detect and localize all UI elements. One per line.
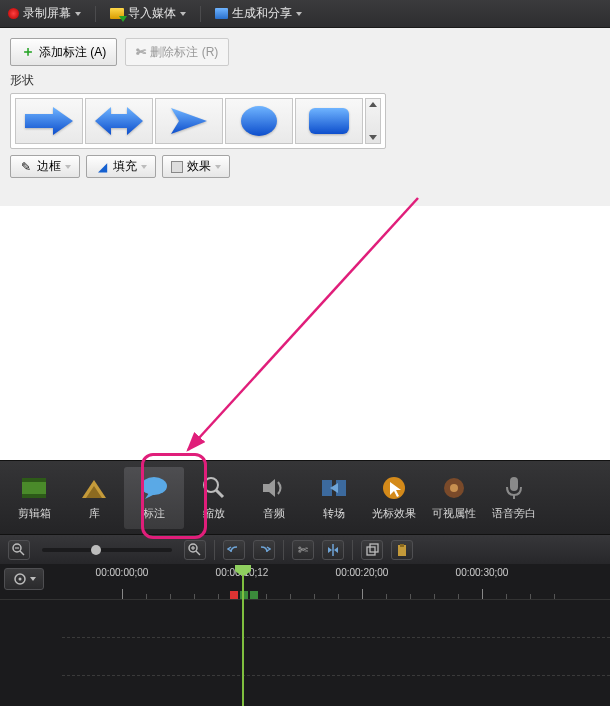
- zoom-slider-knob[interactable]: [91, 545, 101, 555]
- shape-arrowhead[interactable]: [155, 98, 223, 144]
- tab-transitions[interactable]: 转场: [304, 467, 364, 529]
- undo-button[interactable]: [223, 540, 245, 560]
- plus-icon: ＋: [21, 43, 35, 61]
- tab-voice-narration[interactable]: 语音旁白: [484, 467, 544, 529]
- svg-marker-0: [25, 107, 73, 135]
- svg-rect-36: [370, 544, 378, 552]
- tab-cursor-label: 光标效果: [372, 506, 416, 521]
- speaker-icon: [259, 474, 289, 502]
- zoom-out-button[interactable]: [8, 540, 30, 560]
- shape-circle[interactable]: [225, 98, 293, 144]
- style-tool-row: ✎ 边框 ◢ 填充 效果: [10, 155, 600, 178]
- add-callout-button[interactable]: ＋ 添加标注 (A): [10, 38, 117, 66]
- marker-green[interactable]: [250, 591, 258, 599]
- produce-share-label: 生成和分享: [232, 5, 292, 22]
- track-row[interactable]: [62, 600, 610, 638]
- track-controls: [4, 568, 44, 590]
- delete-callout-button[interactable]: ✄ 删除标注 (R): [125, 38, 229, 66]
- record-screen-menu[interactable]: 录制屏幕: [8, 5, 81, 22]
- produce-share-menu[interactable]: 生成和分享: [215, 5, 302, 22]
- transition-icon: [319, 474, 349, 502]
- svg-marker-2: [171, 108, 207, 134]
- scissors-icon: ✄: [298, 543, 308, 557]
- shape-arrow-right[interactable]: [15, 98, 83, 144]
- tab-callouts[interactable]: 标注: [124, 467, 184, 529]
- shape-group: 形状: [10, 72, 600, 149]
- shape-rounded-rect[interactable]: [295, 98, 363, 144]
- share-icon: [215, 8, 228, 19]
- gear-wheel-icon: [439, 474, 469, 502]
- chevron-down-icon: [65, 165, 71, 169]
- tab-narration-label: 语音旁白: [492, 506, 536, 521]
- import-media-menu[interactable]: 导入媒体: [110, 5, 186, 22]
- svg-marker-12: [145, 493, 155, 499]
- callout-action-row: ＋ 添加标注 (A) ✄ 删除标注 (R): [10, 38, 600, 66]
- ruler-tick-label: 00:00:00;00: [96, 567, 149, 578]
- tab-library[interactable]: 库: [64, 467, 124, 529]
- microphone-icon: [499, 474, 529, 502]
- toolbar-separator: [283, 540, 284, 560]
- delete-callout-label: 删除标注 (R): [150, 44, 218, 61]
- fill-button[interactable]: ◢ 填充: [86, 155, 156, 178]
- shape-scroll[interactable]: [365, 98, 381, 144]
- effects-button[interactable]: 效果: [162, 155, 230, 178]
- timeline: 00:00:00;00 00:00:10;12 00:00:20;00 00:0…: [0, 564, 610, 706]
- callouts-panel: ＋ 添加标注 (A) ✄ 删除标注 (R) 形状: [0, 28, 610, 206]
- playhead[interactable]: [242, 567, 244, 706]
- border-button[interactable]: ✎ 边框: [10, 155, 80, 178]
- track-row[interactable]: [62, 676, 610, 706]
- marker-red[interactable]: [230, 591, 238, 599]
- time-ruler[interactable]: 00:00:00;00 00:00:10;12 00:00:20;00 00:0…: [0, 566, 610, 600]
- tab-visual-properties[interactable]: 可视属性: [424, 467, 484, 529]
- track-row[interactable]: [62, 638, 610, 676]
- tab-clipbin-label: 剪辑箱: [18, 506, 51, 521]
- svg-marker-33: [328, 547, 332, 553]
- effects-label: 效果: [187, 158, 211, 175]
- svg-point-13: [204, 478, 218, 492]
- cursor-icon: [379, 474, 409, 502]
- zoom-slider[interactable]: [42, 548, 172, 552]
- svg-rect-23: [510, 477, 518, 491]
- tab-audio[interactable]: 音频: [244, 467, 304, 529]
- svg-rect-8: [22, 494, 46, 498]
- svg-marker-1: [95, 107, 143, 135]
- tab-cursor-effects[interactable]: 光标效果: [364, 467, 424, 529]
- border-label: 边框: [37, 158, 61, 175]
- scissors-icon: ✄: [136, 45, 146, 59]
- tab-transitions-label: 转场: [323, 506, 345, 521]
- svg-marker-41: [235, 565, 251, 575]
- library-icon: [79, 474, 109, 502]
- chevron-down-icon: [30, 577, 36, 581]
- chevron-down-icon: [180, 12, 186, 16]
- cut-button[interactable]: ✄: [292, 540, 314, 560]
- tab-audio-label: 音频: [263, 506, 285, 521]
- ruler-tick-label: 00:00:30;00: [456, 567, 509, 578]
- tab-callouts-label: 标注: [143, 506, 165, 521]
- ruler-tick-label: 00:00:20;00: [336, 567, 389, 578]
- tab-clip-bin[interactable]: 剪辑箱: [4, 467, 64, 529]
- chevron-down-icon: [141, 165, 147, 169]
- redo-button[interactable]: [253, 540, 275, 560]
- shape-arrow-double[interactable]: [85, 98, 153, 144]
- svg-marker-34: [334, 547, 338, 553]
- tab-zoom[interactable]: 缩放: [184, 467, 244, 529]
- split-button[interactable]: [322, 540, 344, 560]
- timeline-tracks: [0, 600, 610, 706]
- track-settings-button[interactable]: [4, 568, 44, 590]
- speech-bubble-icon: [139, 474, 169, 502]
- copy-button[interactable]: [361, 540, 383, 560]
- paste-button[interactable]: [391, 540, 413, 560]
- tool-tab-bar: 剪辑箱 库 标注 缩放 音频 转场 光标效果 可视属性 语音旁白: [0, 460, 610, 534]
- bucket-icon: ◢: [95, 160, 109, 174]
- record-icon: [8, 8, 19, 19]
- svg-line-14: [216, 490, 223, 497]
- tab-zoom-label: 缩放: [203, 506, 225, 521]
- svg-point-3: [241, 106, 277, 136]
- shapes-label: 形状: [10, 72, 600, 89]
- svg-point-22: [450, 484, 458, 492]
- fill-label: 填充: [113, 158, 137, 175]
- preview-blank-area: [0, 206, 610, 460]
- svg-rect-7: [22, 478, 46, 482]
- chevron-down-icon: [296, 12, 302, 16]
- zoom-in-button[interactable]: [184, 540, 206, 560]
